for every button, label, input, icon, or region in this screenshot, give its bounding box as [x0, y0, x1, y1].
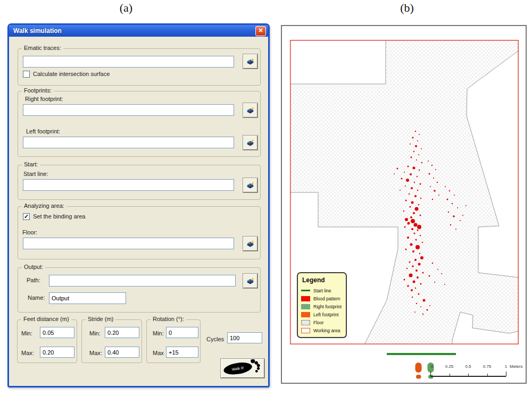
output-name-input[interactable]	[49, 292, 126, 304]
cycles-label: Cycles	[206, 336, 224, 342]
start-line-swatch	[301, 288, 310, 293]
browse-folder-icon	[246, 240, 255, 248]
scale-tick-label: 1	[505, 364, 507, 369]
group-start-label: Start:	[22, 161, 40, 167]
right-footprint-label: Right footprint:	[25, 96, 63, 102]
map-legend: Legend Start line Blood pattern Right fo…	[297, 272, 347, 338]
start-line-browse-button[interactable]	[243, 178, 257, 192]
scale-tick-label: 0.75	[483, 364, 492, 369]
scale-unit-label: Meters	[510, 364, 522, 369]
panel-b-label: (b)	[386, 1, 428, 15]
feet-min-input[interactable]	[40, 327, 74, 338]
browse-folder-icon	[246, 139, 255, 147]
left-footprint-browse-button[interactable]	[243, 136, 257, 150]
legend-item-blood-pattern: Blood pattern	[301, 294, 343, 302]
stride-min-label: Min:	[89, 330, 101, 336]
group-ematic-traces-label: Ematic traces:	[22, 45, 63, 51]
start-line-input[interactable]	[23, 179, 234, 191]
stride-max-label: Max:	[89, 350, 102, 356]
group-rotation-label: Rotation (°):	[151, 316, 186, 322]
feet-max-input[interactable]	[40, 347, 74, 358]
output-path-input[interactable]	[49, 275, 236, 287]
panel-a-label: (a)	[105, 1, 147, 15]
set-binding-area-checkbox[interactable]: ✓	[23, 213, 30, 220]
floor-input[interactable]	[23, 238, 234, 249]
group-stride-label: Stride (m)	[86, 316, 115, 322]
rotation-min-label: Min:	[153, 330, 164, 336]
scale-tick-label: 0	[431, 364, 433, 369]
right-footprint-browse-button[interactable]	[243, 103, 257, 117]
feet-min-label: Min:	[21, 330, 32, 336]
floor-browse-button[interactable]	[243, 237, 257, 251]
legend-title: Legend	[302, 276, 343, 284]
legend-item-working-area: Working area	[301, 326, 343, 334]
left-footprint-label: Left footprint:	[26, 128, 60, 134]
stride-min-input[interactable]	[105, 327, 139, 338]
browse-folder-icon	[246, 106, 255, 114]
dialog-title: Walk simulation	[13, 27, 255, 35]
left-footprint-icon	[414, 362, 423, 379]
group-footprints-label: Footprints:	[22, 87, 54, 94]
group-feet-distance-label: Feet distance (m)	[21, 316, 71, 322]
cycles-input[interactable]	[227, 332, 262, 343]
run-walk-button[interactable]: Walk it!	[221, 359, 264, 378]
close-icon[interactable]: ✕	[255, 26, 266, 36]
output-path-label: Path:	[27, 277, 40, 283]
rotation-max-input[interactable]	[166, 347, 198, 358]
legend-item-start-line: Start line	[301, 287, 343, 294]
start-line-label: Start line:	[23, 171, 48, 177]
set-binding-area-label: Set the binding area	[33, 213, 85, 220]
legend-item-floor: Floor	[301, 318, 343, 326]
right-footprint-input[interactable]	[23, 104, 234, 116]
calculate-intersection-label: Calculate intersection surface	[33, 71, 110, 77]
simulation-map-panel: Legend Start line Blood pattern Right fo…	[281, 25, 527, 384]
browse-folder-icon	[246, 181, 255, 189]
legend-item-right-footprint: Right footprint	[301, 302, 343, 310]
feet-max-label: Max:	[21, 350, 34, 356]
ematic-browse-button[interactable]	[243, 54, 257, 69]
floor-swatch	[301, 320, 310, 325]
left-footprint-swatch	[301, 312, 310, 317]
scale-tick-label: 0.5	[465, 364, 471, 369]
group-output-label: Output:	[22, 264, 45, 270]
right-footprint-swatch	[301, 304, 310, 309]
browse-folder-icon	[246, 57, 255, 65]
browse-folder-icon	[246, 277, 255, 285]
ematic-traces-input[interactable]	[23, 56, 234, 68]
walk-simulation-dialog: Walk simulation ✕ Ematic traces: Calcula…	[7, 23, 270, 387]
calculate-intersection-checkbox[interactable]	[23, 71, 30, 78]
group-analyzing-area-label: Analyzing area:	[22, 203, 66, 209]
legend-item-left-footprint: Left footprint	[301, 310, 343, 318]
left-footprint-input[interactable]	[23, 137, 234, 148]
start-line	[387, 353, 456, 355]
footprint-icon: Walk it!	[222, 359, 263, 376]
rotation-max-label: Max	[153, 350, 164, 356]
rotation-min-input[interactable]	[166, 327, 198, 338]
working-area-swatch	[301, 328, 310, 333]
scale-bar: 0 0.25 0.5 0.75 1 Meters	[430, 363, 526, 378]
output-name-label: Name:	[28, 294, 45, 301]
dialog-body: Ematic traces: Calculate intersection su…	[9, 37, 268, 386]
stride-max-input[interactable]	[105, 347, 139, 358]
output-path-browse-button[interactable]	[243, 274, 257, 288]
blood-pattern-swatch	[301, 296, 310, 301]
group-output: Output:	[18, 267, 261, 313]
dialog-titlebar[interactable]: Walk simulation ✕	[9, 25, 268, 37]
floor-label: Floor:	[22, 229, 37, 235]
scale-tick-label: 0.25	[445, 364, 454, 369]
